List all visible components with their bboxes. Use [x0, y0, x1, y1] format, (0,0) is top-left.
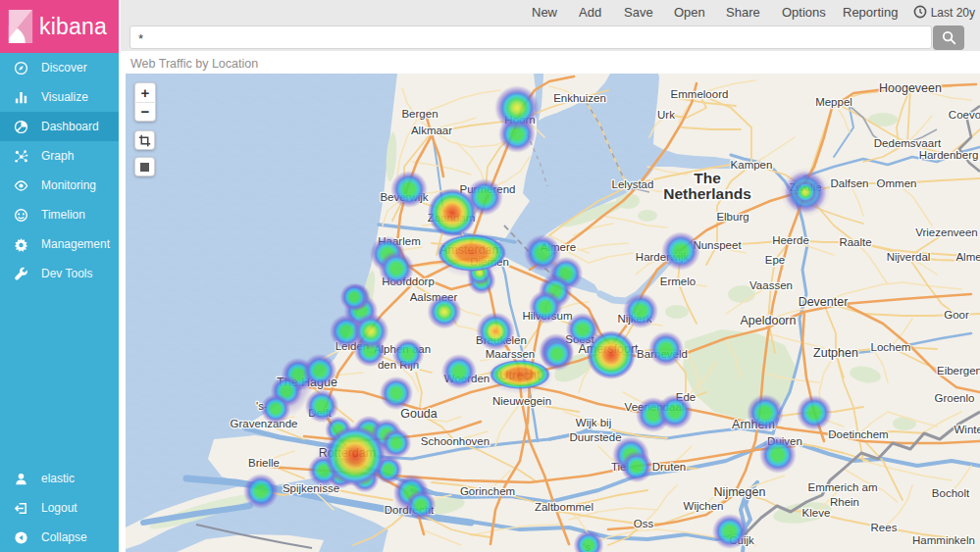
- svg-text:Bocholt: Bocholt: [932, 487, 970, 499]
- svg-text:Vriezenveen: Vriezenveen: [915, 226, 978, 238]
- svg-text:Alkmaar: Alkmaar: [411, 125, 452, 136]
- svg-text:Rhein: Rhein: [830, 496, 859, 508]
- svg-text:Netherlands: Netherlands: [663, 185, 751, 202]
- svg-text:Wijchen: Wijchen: [684, 500, 724, 512]
- svg-text:Wijk bij: Wijk bij: [576, 417, 611, 428]
- svg-text:Nijmegen: Nijmegen: [714, 485, 766, 499]
- svg-text:Lelystad: Lelystad: [612, 178, 654, 190]
- svg-text:Nieuwegein: Nieuwegein: [492, 395, 551, 407]
- svg-text:Bergen: Bergen: [401, 108, 438, 120]
- svg-text:Lochem: Lochem: [871, 341, 911, 353]
- svg-text:Nijverdal: Nijverdal: [887, 251, 931, 263]
- svg-text:Enkhuizen: Enkhuizen: [553, 92, 606, 104]
- svg-text:Kampen: Kampen: [731, 159, 773, 171]
- svg-text:Urk: Urk: [657, 109, 675, 121]
- svg-text:Emmerich am: Emmerich am: [808, 481, 878, 493]
- svg-text:Brielle: Brielle: [248, 457, 280, 469]
- svg-text:Gouda: Gouda: [400, 407, 438, 421]
- svg-text:Almelo: Almelo: [955, 251, 980, 263]
- svg-text:Duurstede: Duurstede: [569, 431, 621, 443]
- svg-text:Ommen: Ommen: [877, 177, 917, 189]
- svg-text:Hardenberg: Hardenberg: [919, 149, 979, 161]
- svg-text:Elburg: Elburg: [716, 211, 748, 223]
- svg-text:Ermelo: Ermelo: [660, 276, 696, 287]
- svg-text:Vaassen: Vaassen: [749, 279, 793, 291]
- svg-text:The: The: [694, 170, 721, 186]
- svg-text:Nunspeet: Nunspeet: [693, 239, 742, 251]
- svg-text:Gravenzande: Gravenzande: [230, 418, 297, 429]
- svg-text:Epe: Epe: [765, 254, 785, 266]
- svg-text:Meppel: Meppel: [815, 96, 852, 108]
- svg-text:Zutphen: Zutphen: [813, 346, 858, 360]
- svg-text:Apeldoorn: Apeldoorn: [741, 314, 797, 327]
- svg-text:Druten: Druten: [652, 461, 687, 473]
- svg-text:Kleve: Kleve: [802, 507, 831, 519]
- svg-text:Dalfsen: Dalfsen: [831, 177, 869, 189]
- svg-text:Rees: Rees: [871, 522, 898, 533]
- svg-text:Emmeloord: Emmeloord: [671, 88, 729, 100]
- svg-text:Eibergen: Eibergen: [937, 365, 980, 376]
- svg-text:Winters: Winters: [954, 424, 980, 435]
- svg-text:Dedemsvaart: Dedemsvaart: [874, 137, 942, 149]
- svg-text:Zaltbommel: Zaltbommel: [535, 501, 593, 513]
- svg-text:Groenlo: Groenlo: [935, 392, 975, 404]
- svg-text:Doetinchem: Doetinchem: [828, 428, 888, 440]
- svg-text:Goor: Goor: [944, 309, 969, 321]
- svg-text:Deventer: Deventer: [799, 295, 849, 309]
- svg-text:Hamminkeln: Hamminkeln: [912, 534, 975, 546]
- svg-text:Heerde: Heerde: [772, 234, 809, 246]
- svg-text:Coevorden: Coevorden: [949, 109, 980, 121]
- svg-text:Schoonhoven: Schoonhoven: [421, 435, 490, 447]
- svg-text:Raalte: Raalte: [839, 236, 871, 248]
- svg-text:Hoogeveen: Hoogeveen: [879, 81, 942, 95]
- svg-text:Oss: Oss: [634, 518, 654, 529]
- svg-text:Gorinchem: Gorinchem: [460, 485, 515, 497]
